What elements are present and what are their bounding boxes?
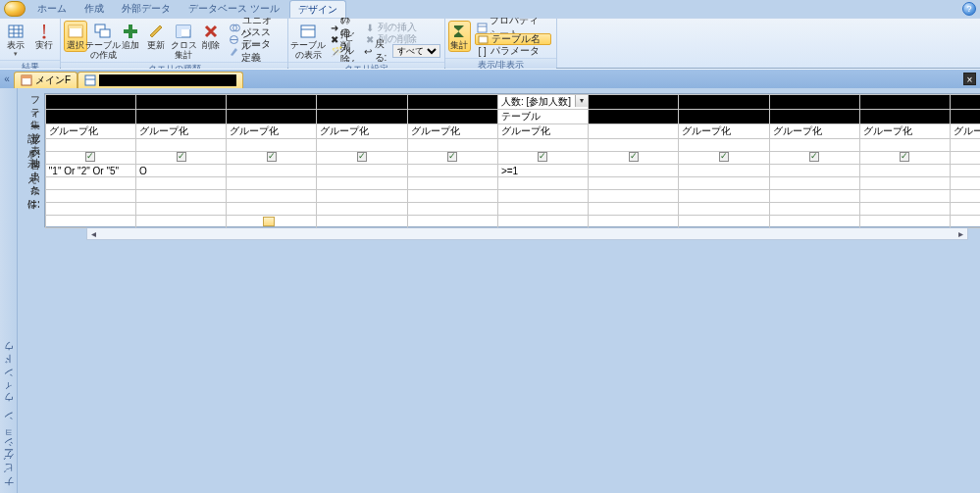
dropdown-icon[interactable]: ▾ — [575, 95, 588, 107]
parameters-button[interactable]: [ ]パラメータ — [475, 45, 551, 57]
grid-cell[interactable]: >=1 — [497, 165, 588, 177]
grid-cell[interactable] — [45, 177, 135, 190]
grid-cell[interactable] — [407, 110, 497, 124]
grid-cell[interactable] — [589, 165, 679, 177]
grid-cell[interactable] — [227, 152, 317, 165]
grid-cell[interactable] — [950, 165, 980, 177]
grid-cell[interactable] — [227, 110, 317, 124]
grid-cell[interactable] — [407, 139, 497, 152]
grid-cell[interactable] — [317, 110, 407, 124]
grid-cell[interactable] — [497, 203, 588, 216]
grid-cell[interactable]: グループ化 — [679, 124, 769, 139]
design-grid-table[interactable]: 人数: [参加人数]▾テーブルグループ化グループ化グループ化グループ化グループ化… — [45, 94, 980, 228]
grid-cell[interactable] — [679, 152, 769, 165]
show-checkbox[interactable] — [809, 152, 819, 162]
grid-cell[interactable] — [859, 177, 950, 190]
grid-cell[interactable] — [679, 216, 769, 228]
grid-cell[interactable] — [679, 203, 769, 216]
show-checkbox[interactable] — [85, 152, 95, 162]
horizontal-scrollbar[interactable]: ◂ ▸ — [86, 227, 968, 240]
builder-button[interactable]: 🪄ビルダ — [329, 45, 356, 57]
grid-cell[interactable] — [859, 139, 950, 152]
grid-cell[interactable] — [227, 165, 317, 177]
view-button[interactable]: 表示 ▾ — [3, 21, 29, 60]
grid-cell[interactable] — [317, 152, 407, 165]
grid-cell[interactable] — [45, 152, 135, 165]
grid-cell[interactable] — [407, 203, 497, 216]
grid-cell[interactable] — [45, 203, 135, 216]
doctab-scroll-left[interactable]: « — [0, 70, 14, 88]
document-tab[interactable]: メインF — [14, 72, 77, 88]
grid-cell[interactable] — [589, 95, 679, 110]
grid-cell[interactable] — [950, 216, 980, 228]
grid-cell[interactable] — [227, 203, 317, 216]
show-checkbox[interactable] — [719, 152, 729, 162]
grid-cell[interactable] — [589, 152, 679, 165]
grid-cell[interactable] — [679, 139, 769, 152]
grid-cell[interactable] — [589, 124, 679, 139]
grid-cell[interactable] — [859, 216, 950, 228]
grid-cell[interactable] — [407, 177, 497, 190]
grid-cell[interactable]: グループ化 — [769, 124, 859, 139]
grid-cell[interactable] — [407, 216, 497, 228]
grid-cell[interactable] — [589, 110, 679, 124]
grid-cell[interactable] — [679, 190, 769, 203]
grid-cell[interactable] — [497, 139, 588, 152]
grid-cell[interactable] — [679, 165, 769, 177]
navigation-pane-collapsed[interactable]: ナビゲーション ウィンドウ — [0, 88, 18, 493]
grid-cell[interactable] — [589, 139, 679, 152]
grid-cell[interactable] — [136, 203, 227, 216]
grid-cell[interactable] — [859, 203, 950, 216]
show-checkbox[interactable] — [538, 152, 547, 162]
grid-cell[interactable]: グループ化 — [497, 124, 588, 139]
grid-cell[interactable] — [859, 152, 950, 165]
grid-cell[interactable] — [497, 177, 588, 190]
datadef-button[interactable]: データ定義 — [227, 45, 283, 57]
column-selector[interactable] — [263, 217, 275, 226]
grid-cell[interactable] — [950, 203, 980, 216]
grid-cell[interactable] — [769, 177, 859, 190]
grid-cell[interactable] — [317, 203, 407, 216]
grid-cell[interactable] — [950, 190, 980, 203]
tab-external-data[interactable]: 外部データ — [114, 0, 179, 18]
grid-cell[interactable] — [497, 152, 588, 165]
grid-cell[interactable] — [769, 165, 859, 177]
grid-cell[interactable] — [950, 110, 980, 124]
tab-database-tools[interactable]: データベース ツール — [181, 0, 287, 18]
close-tab-button[interactable]: × — [963, 73, 976, 85]
grid-cell[interactable] — [859, 190, 950, 203]
show-checkbox[interactable] — [900, 152, 909, 162]
grid-cell[interactable] — [45, 216, 135, 228]
grid-cell[interactable] — [589, 190, 679, 203]
update-button[interactable]: 更新 — [144, 21, 168, 52]
grid-cell[interactable] — [950, 95, 980, 110]
grid-cell[interactable] — [859, 110, 950, 124]
grid-cell[interactable] — [317, 139, 407, 152]
grid-cell[interactable]: グループ化 — [859, 124, 950, 139]
grid-cell[interactable] — [136, 216, 227, 228]
grid-cell[interactable] — [317, 177, 407, 190]
select-query-button[interactable]: 選択 — [64, 21, 87, 52]
grid-cell[interactable]: 人数: [参加人数]▾ — [497, 95, 588, 110]
show-checkbox[interactable] — [629, 152, 639, 162]
grid-cell[interactable] — [589, 203, 679, 216]
showtable-button[interactable]: テーブル の表示 — [291, 21, 325, 62]
grid-cell[interactable] — [407, 152, 497, 165]
grid-cell[interactable] — [227, 139, 317, 152]
grid-cell[interactable] — [769, 152, 859, 165]
grid-cell[interactable] — [679, 95, 769, 110]
grid-cell[interactable] — [497, 216, 588, 228]
grid-cell[interactable] — [317, 95, 407, 110]
grid-cell[interactable] — [589, 216, 679, 228]
maketable-button[interactable]: テーブル の作成 — [89, 21, 117, 62]
show-checkbox[interactable] — [177, 152, 186, 162]
grid-cell[interactable]: "1" Or "2" Or "5" — [45, 165, 135, 177]
grid-cell[interactable]: テーブル — [497, 110, 588, 124]
return-select[interactable]: すべて — [392, 44, 440, 58]
delete-query-button[interactable]: 削除 — [199, 21, 223, 52]
grid-cell[interactable]: グループ化 — [136, 124, 227, 139]
grid-cell[interactable] — [679, 177, 769, 190]
crosstab-button[interactable]: クロス 集計 — [170, 21, 197, 62]
grid-cell[interactable] — [227, 177, 317, 190]
grid-cell[interactable]: グループ化 — [407, 124, 497, 139]
